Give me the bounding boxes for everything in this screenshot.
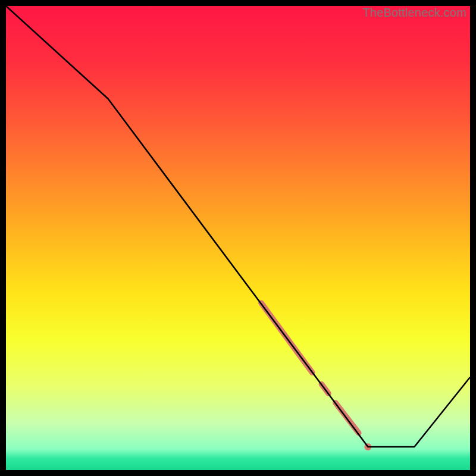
gradient-bg xyxy=(6,6,470,470)
watermark-text: TheBottleneck.com xyxy=(362,6,466,20)
chart-svg xyxy=(6,6,470,470)
chart-frame: TheBottleneck.com xyxy=(6,6,470,470)
